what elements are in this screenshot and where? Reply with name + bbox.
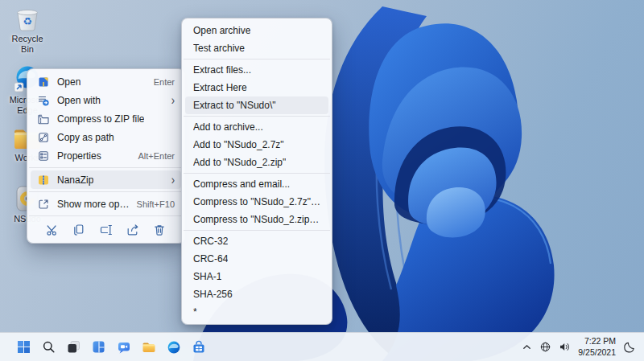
file-explorer-icon	[142, 340, 156, 355]
menu-separator	[184, 116, 330, 117]
cut-button[interactable]	[42, 221, 63, 239]
submenu-item-star[interactable]: *	[185, 303, 328, 321]
zip-folder-icon	[37, 113, 50, 125]
menu-item-open-with[interactable]: Open with ›	[31, 91, 181, 109]
menu-separator	[29, 191, 183, 192]
file-explorer-button[interactable]	[138, 336, 159, 358]
menu-item-compress-zip[interactable]: Compress to ZIP file	[31, 109, 181, 128]
submenu-item-add-to-7z[interactable]: Add to "NSudo_2.7z"	[185, 136, 328, 154]
context-menu: Open Enter Open with › Compress to	[27, 68, 185, 244]
chevron-up-icon	[522, 342, 532, 352]
recycle-bin-icon: ♻	[11, 3, 43, 32]
chevron-right-icon: ›	[171, 93, 175, 106]
delete-button[interactable]	[149, 221, 170, 239]
tray-overflow-button[interactable]	[522, 338, 532, 357]
task-view-icon	[67, 340, 80, 354]
submenu-item-extract-to[interactable]: Extract to "NSudo\"	[185, 96, 328, 114]
menu-item-shortcut: Alt+Enter	[138, 151, 175, 161]
archive-file-icon	[37, 76, 50, 88]
volume-button[interactable]	[559, 338, 571, 357]
widgets-icon	[92, 340, 105, 354]
submenu-item-extract-here[interactable]: Extract Here	[185, 79, 328, 96]
properties-icon	[37, 150, 50, 162]
network-button[interactable]	[539, 338, 551, 357]
menu-item-shortcut: Shift+F10	[137, 199, 175, 209]
submenu-item-sha1[interactable]: SHA-1	[185, 268, 328, 285]
submenu-item-open-archive[interactable]: Open archive	[185, 22, 328, 39]
desktop: ♻ Recycle Bin Microsoft Edge	[0, 0, 644, 361]
svg-text:♻: ♻	[23, 15, 32, 27]
taskbar: 7:22 PM 9/25/2021	[0, 332, 644, 361]
chevron-right-icon: ›	[171, 173, 175, 186]
edge-button[interactable]	[163, 336, 184, 358]
store-icon	[192, 340, 206, 355]
menu-item-label: NanaZip	[57, 174, 93, 186]
menu-item-label: Compress to ZIP file	[57, 113, 144, 125]
menu-item-label: Show more options	[57, 199, 130, 210]
submenu-item-add-to-archive[interactable]: Add to archive...	[185, 118, 328, 136]
menu-separator	[184, 173, 330, 174]
rename-button[interactable]	[96, 221, 117, 239]
task-view-button[interactable]	[63, 336, 85, 358]
chat-icon	[117, 340, 131, 355]
menu-separator	[29, 215, 183, 216]
taskbar-clock[interactable]: 7:22 PM 9/25/2021	[578, 336, 616, 358]
start-icon	[17, 340, 31, 354]
focus-assist-button[interactable]	[623, 338, 636, 357]
menu-item-nanazip[interactable]: NanaZip ›	[31, 170, 181, 189]
focus-assist-moon-icon	[623, 341, 636, 354]
menu-item-label: Copy as path	[57, 132, 114, 143]
chat-button[interactable]	[113, 336, 134, 358]
copy-button[interactable]	[68, 221, 89, 239]
widgets-button[interactable]	[88, 336, 109, 358]
clock-time: 7:22 PM	[578, 336, 616, 347]
start-button[interactable]	[13, 336, 35, 358]
submenu-item-compress-7z-email[interactable]: Compress to "NSudo_2.7z" and email	[185, 193, 328, 211]
submenu-item-test-archive[interactable]: Test archive	[185, 39, 328, 57]
submenu-item-add-to-zip[interactable]: Add to "NSudo_2.zip"	[185, 154, 328, 171]
menu-item-label: Open with	[57, 95, 101, 106]
menu-separator	[184, 59, 330, 59]
search-button[interactable]	[38, 336, 60, 358]
copy-path-icon	[37, 131, 50, 144]
clock-date: 9/25/2021	[578, 347, 616, 359]
menu-item-label: Open	[57, 76, 80, 88]
menu-separator	[184, 230, 330, 231]
menu-item-properties[interactable]: Properties Alt+Enter	[31, 146, 181, 165]
share-button[interactable]	[122, 221, 143, 239]
submenu-item-extract-files[interactable]: Extract files...	[185, 61, 328, 79]
menu-item-label: Properties	[57, 150, 101, 162]
desktop-icon-label: Recycle Bin	[4, 34, 51, 54]
system-tray: 7:22 PM 9/25/2021	[522, 336, 636, 358]
submenu-item-compress-email[interactable]: Compress and email...	[185, 175, 328, 193]
desktop-icon-recycle-bin[interactable]: ♻ Recycle Bin	[2, 3, 53, 54]
nanazip-submenu: Open archive Test archive Extract files.…	[181, 18, 332, 325]
network-globe-icon	[539, 341, 551, 353]
edge-icon	[167, 340, 181, 355]
menu-item-show-more-options[interactable]: Show more options Shift+F10	[31, 195, 181, 213]
show-more-icon	[37, 198, 50, 211]
menu-separator	[29, 167, 183, 168]
store-button[interactable]	[188, 336, 209, 358]
submenu-item-crc32[interactable]: CRC-32	[185, 232, 328, 250]
nanazip-logo-icon	[37, 174, 50, 187]
quick-actions-row	[27, 219, 184, 240]
open-with-icon	[37, 94, 50, 107]
submenu-item-crc64[interactable]: CRC-64	[185, 250, 328, 268]
search-icon	[42, 340, 56, 354]
volume-icon	[559, 341, 571, 353]
submenu-item-sha256[interactable]: SHA-256	[185, 285, 328, 303]
menu-item-open[interactable]: Open Enter	[31, 72, 181, 91]
menu-item-copy-as-path[interactable]: Copy as path	[31, 128, 181, 146]
submenu-item-compress-zip-email[interactable]: Compress to "NSudo_2.zip" and email	[185, 211, 328, 228]
menu-item-shortcut: Enter	[154, 77, 175, 87]
